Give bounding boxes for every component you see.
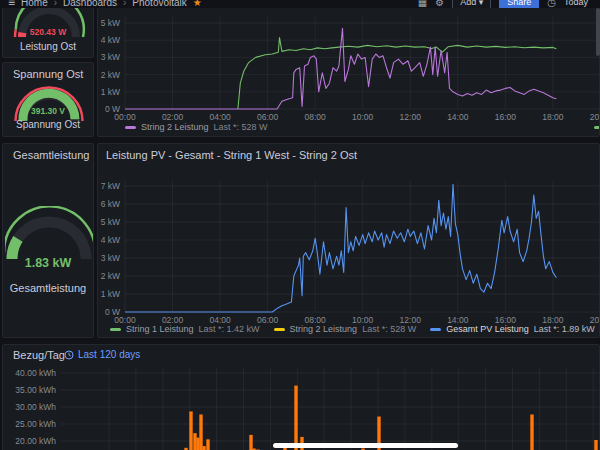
legend-series-name: Gesamt PV Leistung bbox=[446, 324, 529, 334]
legend-last-value: Last *: 528 W bbox=[362, 324, 416, 334]
svg-text:14:00: 14:00 bbox=[447, 315, 469, 324]
svg-text:06:00: 06:00 bbox=[257, 112, 279, 121]
svg-text:12:00: 12:00 bbox=[400, 112, 422, 121]
legend-dash bbox=[274, 328, 285, 331]
legend-last-value: Last *: 1.42 kW bbox=[199, 324, 260, 334]
horizontal-scrollbar-thumb[interactable] bbox=[273, 443, 458, 448]
svg-text:16:00: 16:00 bbox=[495, 112, 517, 121]
svg-text:25.00 kWh: 25.00 kWh bbox=[15, 419, 56, 429]
legend-dash-partial[interactable] bbox=[594, 126, 600, 129]
gauge-value: 391.30 V bbox=[3, 106, 93, 116]
svg-text:14:00: 14:00 bbox=[447, 112, 469, 121]
svg-text:4 kW: 4 kW bbox=[101, 235, 120, 245]
svg-text:04:00: 04:00 bbox=[209, 315, 231, 324]
svg-text:04:00: 04:00 bbox=[209, 112, 231, 121]
svg-text:40.00 kWh: 40.00 kWh bbox=[15, 368, 56, 378]
panel-bezug-tag: Bezug/Tag Last 120 days 40.00 kWh35.00 k… bbox=[2, 344, 600, 450]
svg-text:2 kW: 2 kW bbox=[101, 271, 120, 281]
svg-text:20:00: 20:00 bbox=[590, 315, 600, 324]
svg-text:30.00 kWh: 30.00 kWh bbox=[15, 402, 56, 412]
legend-series-name: String 1 Leistung bbox=[126, 324, 194, 334]
legend-dash bbox=[110, 328, 121, 331]
gauge-value: 520.43 W bbox=[3, 27, 93, 37]
legend-item[interactable]: String 2 LeistungLast *: 528 W bbox=[125, 122, 268, 132]
svg-text:06:00: 06:00 bbox=[257, 315, 279, 324]
add-button[interactable]: Add ▾ bbox=[452, 0, 491, 8]
svg-text:3 kW: 3 kW bbox=[101, 253, 120, 263]
breadcrumb-dashboards[interactable]: Dashboards bbox=[63, 0, 117, 8]
panels-icon[interactable]: ▦ bbox=[418, 0, 427, 8]
history-clock-icon bbox=[64, 350, 74, 360]
barchart-bezug[interactable]: 40.00 kWh35.00 kWh30.00 kWh25.00 kWh20.0… bbox=[3, 363, 600, 450]
chart-legend: String 1 LeistungLast *: 1.42 kWString 2… bbox=[110, 324, 595, 334]
svg-text:02:00: 02:00 bbox=[162, 112, 184, 121]
time-range-picker[interactable]: Today bbox=[564, 0, 588, 7]
panel-title[interactable]: Leistung PV - Gesamt - String 1 West - S… bbox=[106, 149, 357, 161]
legend-item[interactable]: String 2 LeistungLast *: 528 W bbox=[274, 324, 417, 334]
top-navbar: ≡ Home › Dashboards › Photovoltaik ★ ▦ ⚙… bbox=[0, 0, 600, 8]
legend-series-name: String 2 Leistung bbox=[141, 122, 209, 132]
svg-text:5 kW: 5 kW bbox=[101, 217, 120, 227]
svg-text:12:00: 12:00 bbox=[400, 315, 422, 324]
grafana-dashboard: ≡ Home › Dashboards › Photovoltaik ★ ▦ ⚙… bbox=[0, 0, 600, 450]
panel-title[interactable]: Bezug/Tag bbox=[13, 349, 65, 361]
svg-text:1 kW: 1 kW bbox=[101, 87, 120, 97]
panel-title[interactable]: Gesamtleistung bbox=[13, 149, 89, 161]
panel-leistung-ost: 520.43 W Leistung Ost bbox=[2, 0, 94, 58]
breadcrumb-home[interactable]: Home bbox=[21, 0, 48, 8]
svg-text:6 kW: 6 kW bbox=[101, 199, 120, 209]
svg-text:10:00: 10:00 bbox=[352, 315, 374, 324]
svg-text:18:00: 18:00 bbox=[542, 112, 564, 121]
vertical-scrollbar-thumb[interactable] bbox=[596, 8, 600, 56]
svg-text:18:00: 18:00 bbox=[542, 315, 564, 324]
time-shift-link[interactable]: Last 120 days bbox=[64, 349, 140, 360]
timeseries-gesamt-pv[interactable]: 0 W1 kW2 kW3 kW4 kW5 kW6 kW7 kW00:0002:0… bbox=[98, 166, 600, 324]
legend-dash bbox=[430, 328, 441, 331]
legend-last-value: Last *: 528 W bbox=[214, 122, 268, 132]
svg-text:08:00: 08:00 bbox=[305, 112, 327, 121]
svg-text:5 kW: 5 kW bbox=[101, 18, 120, 28]
favorite-star-icon[interactable]: ★ bbox=[193, 0, 202, 8]
breadcrumb-dashboard-name[interactable]: Photovoltaik bbox=[132, 0, 186, 8]
svg-text:7 kW: 7 kW bbox=[101, 181, 120, 191]
gauge-field-label: Leistung Ost bbox=[3, 41, 93, 52]
breadcrumb-separator: › bbox=[54, 0, 57, 8]
share-button[interactable]: Share bbox=[499, 0, 539, 8]
gauge-field-label: Spannung Ost bbox=[3, 119, 93, 130]
gauge-field-label: Gesamtleistung bbox=[3, 282, 93, 294]
gauge-value: 1.83 kW bbox=[3, 256, 93, 270]
svg-text:2 kW: 2 kW bbox=[101, 70, 120, 80]
svg-text:16:00: 16:00 bbox=[495, 315, 517, 324]
legend-item[interactable]: Gesamt PV LeistungLast *: 1.89 kW bbox=[430, 324, 595, 334]
timeseries-strings[interactable]: 0 W1 kW2 kW3 kW4 kW5 kW00:0002:0004:0006… bbox=[98, 11, 600, 121]
panel-leistung-pv-chart: Leistung PV - Gesamt - String 1 West - S… bbox=[97, 143, 600, 338]
svg-text:35.00 kWh: 35.00 kWh bbox=[15, 385, 56, 395]
clock-icon[interactable]: ◷ bbox=[547, 0, 556, 8]
svg-text:4 kW: 4 kW bbox=[101, 35, 120, 45]
svg-text:20.00 kWh: 20.00 kWh bbox=[15, 436, 56, 446]
svg-text:3 kW: 3 kW bbox=[101, 52, 120, 62]
svg-text:1 kW: 1 kW bbox=[101, 289, 120, 299]
legend-series-name: String 2 Leistung bbox=[290, 324, 358, 334]
svg-text:02:00: 02:00 bbox=[162, 315, 184, 324]
gauge-spannung-ost bbox=[11, 81, 87, 123]
breadcrumb-separator: › bbox=[123, 0, 126, 8]
svg-text:08:00: 08:00 bbox=[305, 315, 327, 324]
legend-item[interactable]: String 1 LeistungLast *: 1.42 kW bbox=[110, 324, 260, 334]
chevron-down-icon: ▾ bbox=[479, 0, 484, 7]
svg-text:00:00: 00:00 bbox=[114, 112, 136, 121]
time-shift-label: Last 120 days bbox=[78, 349, 140, 360]
svg-text:20:00: 20:00 bbox=[590, 112, 600, 121]
svg-text:10:00: 10:00 bbox=[352, 112, 374, 121]
settings-gear-icon[interactable]: ⚙ bbox=[435, 0, 444, 8]
menu-icon[interactable]: ≡ bbox=[8, 0, 15, 8]
legend-last-value: Last *: 1.89 kW bbox=[534, 324, 595, 334]
gauge-gesamtleistung bbox=[5, 206, 93, 262]
chart-legend: String 2 LeistungLast *: 528 W bbox=[125, 122, 268, 132]
legend-dash bbox=[125, 126, 136, 129]
panel-spannung-ost: Spannung Ost 391.30 V Spannung Ost bbox=[2, 62, 94, 137]
panel-string-leistung-chart: 0 W1 kW2 kW3 kW4 kW5 kW00:0002:0004:0006… bbox=[97, 0, 600, 137]
panel-gesamtleistung: Gesamtleistung 1.83 kW Gesamtleistung bbox=[2, 143, 94, 338]
panel-title[interactable]: Spannung Ost bbox=[13, 68, 83, 80]
svg-text:00:00: 00:00 bbox=[114, 315, 136, 324]
